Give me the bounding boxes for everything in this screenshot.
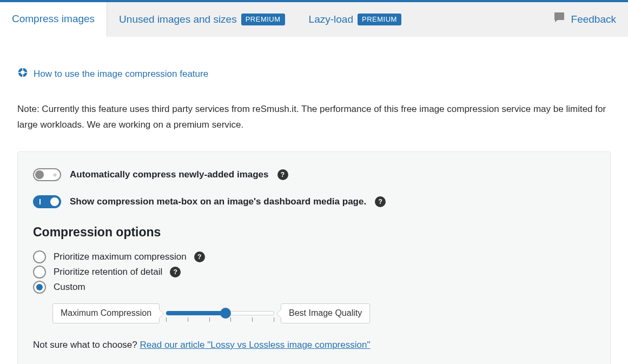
help-icon[interactable]: ? (170, 267, 181, 277)
feedback-link[interactable]: Feedback (553, 11, 628, 28)
compression-options-heading: Compression options (33, 223, 595, 241)
tab-lazy-load[interactable]: Lazy-load PREMIUM (297, 3, 413, 37)
footer-link[interactable]: Read our article "Lossy vs Lossless imag… (140, 340, 371, 350)
premium-badge: PREMIUM (358, 14, 401, 25)
note-text: Note: Currently this feature uses third … (17, 102, 611, 133)
speech-bubble-icon (553, 11, 566, 28)
slider-label-right: Best Image Quality (281, 303, 370, 323)
settings-panel: Automatically compress newly-added image… (17, 151, 611, 364)
toggle-meta-box[interactable] (33, 195, 61, 208)
page-wrap: Compress images Unused images and sizes … (0, 0, 628, 364)
toggle-label: Show compression meta-box on an image's … (70, 195, 366, 208)
radio-row-custom: Custom (33, 281, 595, 294)
radio-retain-detail[interactable] (33, 266, 46, 279)
toggle-label: Automatically compress newly-added image… (70, 168, 269, 181)
toggle-auto-compress[interactable] (33, 168, 61, 181)
footer-note: Not sure what to choose? Read our articl… (33, 339, 595, 352)
slider-row: Maximum Compression Best Image Quality (52, 303, 595, 323)
radio-label: Prioritize maximum compression (54, 250, 187, 263)
slider-thumb[interactable] (220, 308, 231, 319)
tab-content: How to use the image compression feature… (0, 37, 628, 364)
lifebuoy-icon (17, 67, 28, 82)
radio-row-retain-detail: Prioritize retention of detail ? (33, 266, 595, 279)
tab-compress-images[interactable]: Compress images (0, 2, 107, 37)
how-to-label: How to use the image compression feature (34, 68, 208, 81)
tab-bar: Compress images Unused images and sizes … (0, 0, 628, 37)
toggle-row-auto-compress: Automatically compress newly-added image… (33, 168, 595, 181)
help-icon[interactable]: ? (375, 196, 386, 207)
radio-label: Custom (54, 281, 85, 294)
tab-label: Lazy-load (309, 12, 353, 27)
compression-slider[interactable] (166, 306, 274, 322)
toggle-row-meta-box: Show compression meta-box on an image's … (33, 195, 595, 208)
radio-max-compression[interactable] (33, 250, 46, 263)
slider-label-left: Maximum Compression (52, 303, 160, 323)
footer-text: Not sure what to choose? (33, 340, 140, 350)
radio-label: Prioritize retention of detail (54, 266, 162, 279)
help-icon[interactable]: ? (277, 169, 288, 180)
tab-label: Unused images and sizes (119, 12, 237, 27)
tab-unused-images[interactable]: Unused images and sizes PREMIUM (107, 3, 296, 37)
tab-label: Compress images (12, 12, 95, 27)
feedback-label: Feedback (571, 12, 616, 27)
radio-custom[interactable] (33, 281, 46, 294)
premium-badge: PREMIUM (241, 14, 285, 25)
how-to-link[interactable]: How to use the image compression feature (17, 67, 611, 82)
help-icon[interactable]: ? (194, 252, 205, 262)
radio-row-max-compression: Prioritize maximum compression ? (33, 250, 595, 263)
svg-point-1 (21, 70, 25, 75)
